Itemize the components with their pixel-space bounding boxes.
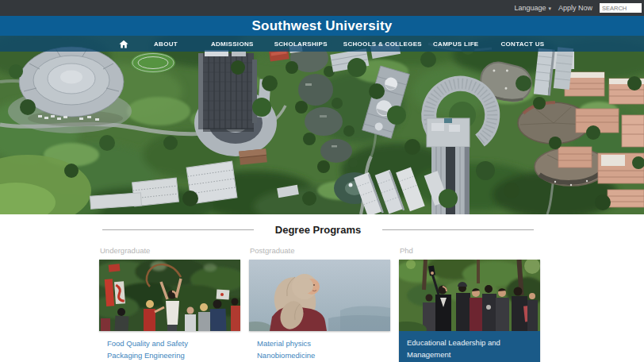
site-header: Southwest University xyxy=(0,16,644,36)
heading-rule-left xyxy=(102,229,254,230)
heading-rule-right xyxy=(382,229,534,230)
program-column-postgraduate: Postgraduate xyxy=(249,246,390,362)
students-group-selfie-photo xyxy=(399,260,540,331)
program-link[interactable]: Nanobiomedicine xyxy=(257,351,315,360)
list-item: Nanobiomedicine xyxy=(257,349,390,361)
program-link[interactable]: Material physics xyxy=(257,339,311,348)
topbar: Language ▾ Apply Now xyxy=(0,0,644,16)
nav-item-contact-us[interactable]: CONTACT US xyxy=(501,40,545,48)
postgraduate-links: Material physics Nanobiomedicine Materia… xyxy=(249,331,390,362)
undergraduate-links: Food Quality and Safety Packaging Engine… xyxy=(99,331,240,362)
degree-programs-section: Degree Programs Undergraduate xyxy=(0,223,644,362)
nav-item-about[interactable]: ABOUT xyxy=(154,40,178,48)
program-columns: Undergraduate xyxy=(99,246,644,362)
list-item: Educational Leadership and Management xyxy=(407,337,532,360)
section-title: Degree Programs xyxy=(275,224,361,236)
postgraduate-photo[interactable] xyxy=(249,260,390,331)
site-title: Southwest University xyxy=(252,18,393,34)
column-label: Phd xyxy=(400,246,540,255)
program-column-undergraduate: Undergraduate xyxy=(99,246,240,362)
column-label: Postgraduate xyxy=(250,246,390,255)
program-link[interactable]: Packaging Engineering xyxy=(107,351,185,360)
program-link[interactable]: Food Quality and Safety xyxy=(107,339,188,348)
nav-item-schools-colleges[interactable]: SCHOOLS & COLLEGES xyxy=(343,40,422,48)
campus-aerial-photo xyxy=(0,36,644,214)
list-item: Food Quality and Safety xyxy=(107,337,240,349)
main-nav: ABOUT ADMISSIONS SCHOLARSHIPS SCHOOLS & … xyxy=(0,36,644,52)
student-portrait-photo xyxy=(249,260,390,331)
section-heading: Degree Programs xyxy=(102,223,534,236)
home-icon-glyph xyxy=(119,40,128,48)
hero-section: ABOUT ADMISSIONS SCHOLARSHIPS SCHOOLS & … xyxy=(0,36,644,214)
list-item: Packaging Engineering xyxy=(107,349,240,361)
language-label: Language xyxy=(514,4,546,12)
home-icon[interactable] xyxy=(119,40,128,48)
program-column-phd: Phd xyxy=(399,246,540,362)
students-outdoor-event-photo xyxy=(99,260,240,331)
program-link[interactable]: Educational Leadership and Management xyxy=(407,338,500,359)
nav-item-scholarships[interactable]: SCHOLARSHIPS xyxy=(274,40,328,48)
column-label: Undergraduate xyxy=(100,246,240,255)
search-input[interactable] xyxy=(600,3,642,13)
caret-down-icon: ▾ xyxy=(548,6,551,11)
nav-item-admissions[interactable]: ADMISSIONS xyxy=(211,40,254,48)
nav-item-campus-life[interactable]: CAMPUS LIFE xyxy=(433,40,479,48)
apply-now-link[interactable]: Apply Now xyxy=(558,4,592,12)
phd-photo[interactable] xyxy=(399,260,540,331)
phd-links-panel: Educational Leadership and Management Fo… xyxy=(399,331,540,362)
phd-links: Educational Leadership and Management Fo… xyxy=(407,337,532,362)
undergraduate-photo[interactable] xyxy=(99,260,240,331)
list-item: Material physics xyxy=(257,337,390,349)
language-menu[interactable]: Language ▾ xyxy=(514,4,551,12)
